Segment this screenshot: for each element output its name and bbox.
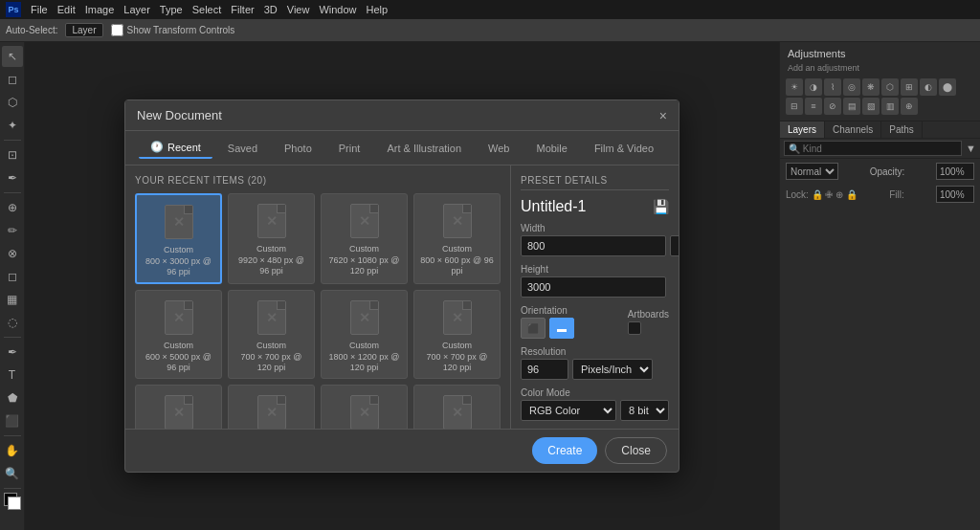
item-label-6: Custom 1800 × 1200 px @ 120 ppi xyxy=(325,341,403,374)
recent-item-2[interactable]: ✕ Custom 7620 × 1080 px @ 120 ppi xyxy=(321,193,408,284)
menu-file[interactable]: File xyxy=(31,4,48,15)
adj-selective-color[interactable]: ⊕ xyxy=(901,98,918,115)
adj-curves[interactable]: ⌇ xyxy=(824,78,841,96)
tab-print[interactable]: Print xyxy=(327,139,372,158)
tab-film-video[interactable]: Film & Video xyxy=(583,139,665,158)
tool-path[interactable]: ⬟ xyxy=(2,387,23,409)
recent-item-9[interactable]: ✕ xyxy=(228,385,315,429)
tool-heal[interactable]: ⊕ xyxy=(2,197,23,218)
color-depth-select[interactable]: 8 bit xyxy=(620,400,669,421)
tool-dodge[interactable]: ◌ xyxy=(2,312,23,333)
transform-checkbox[interactable] xyxy=(111,24,123,36)
blend-mode-select[interactable]: Normal xyxy=(786,163,838,180)
dialog-title: New Document xyxy=(137,108,222,122)
color-mode-select[interactable]: RGB Color xyxy=(521,400,616,421)
orientation-label: Orientation xyxy=(521,305,624,316)
adj-channel-mixer[interactable]: ⊟ xyxy=(786,98,803,115)
menu-3d[interactable]: 3D xyxy=(264,4,278,15)
recent-item-5[interactable]: ✕ Custom 700 × 700 px @ 120 ppi xyxy=(228,290,315,379)
resolution-unit-select[interactable]: Pixels/Inch xyxy=(572,359,653,380)
menu-select[interactable]: Select xyxy=(192,4,222,15)
recent-item-7[interactable]: ✕ Custom 700 × 700 px @ 120 ppi xyxy=(413,290,501,379)
foreground-color-swatch[interactable] xyxy=(4,493,21,510)
landscape-button[interactable]: ▬ xyxy=(549,318,574,339)
menu-image[interactable]: Image xyxy=(85,4,115,15)
item-label-7: Custom 700 × 700 px @ 120 ppi xyxy=(418,341,496,374)
adj-gradient-map[interactable]: ▥ xyxy=(881,98,899,115)
height-input[interactable] xyxy=(521,276,666,298)
layer-select[interactable]: Layer xyxy=(65,23,102,37)
tool-crop[interactable]: ⊡ xyxy=(2,144,23,166)
recent-item-6[interactable]: ✕ Custom 1800 × 1200 px @ 120 ppi xyxy=(321,290,408,379)
portrait-button[interactable]: ⬛ xyxy=(521,318,546,339)
resolution-input[interactable] xyxy=(521,359,568,380)
filter-icon[interactable]: ▼ xyxy=(966,143,976,154)
adj-color-balance[interactable]: ⊞ xyxy=(901,78,918,96)
fill-input[interactable] xyxy=(936,186,974,203)
adj-hsl[interactable]: ⬡ xyxy=(881,78,899,96)
doc-icon-10: ✕ xyxy=(350,395,379,429)
adj-threshold[interactable]: ▧ xyxy=(862,98,880,115)
tool-shape[interactable]: ⬛ xyxy=(2,410,23,431)
adj-contrast[interactable]: ◑ xyxy=(805,78,822,96)
tool-clone[interactable]: ⊗ xyxy=(2,243,23,264)
artboard-checkbox[interactable] xyxy=(628,321,641,335)
tab-channels[interactable]: Channels xyxy=(825,121,881,138)
recent-item-10[interactable]: ✕ xyxy=(321,385,408,429)
width-input[interactable] xyxy=(521,235,666,256)
tab-photo[interactable]: Photo xyxy=(273,139,323,158)
tool-hand[interactable]: ✋ xyxy=(2,440,23,461)
adj-bw[interactable]: ◐ xyxy=(920,78,937,96)
tool-zoom[interactable]: 🔍 xyxy=(2,463,23,484)
doc-icon-container: ✕ xyxy=(440,298,475,337)
tool-lasso[interactable]: ⬡ xyxy=(2,92,23,113)
adj-invert[interactable]: ⊘ xyxy=(824,98,841,115)
tool-eyedropper[interactable]: ✒ xyxy=(2,167,23,188)
tab-saved[interactable]: Saved xyxy=(216,139,269,158)
tool-magic-wand[interactable]: ✦ xyxy=(2,115,23,136)
tab-paths[interactable]: Paths xyxy=(881,121,923,138)
tool-type[interactable]: T xyxy=(2,364,23,386)
menu-filter[interactable]: Filter xyxy=(231,4,254,15)
tool-gradient[interactable]: ▦ xyxy=(2,289,23,310)
tab-mobile[interactable]: Mobile xyxy=(524,139,578,158)
menu-view[interactable]: View xyxy=(287,4,310,15)
adj-brightness[interactable]: ☀ xyxy=(786,78,803,96)
adj-vibrance[interactable]: ❋ xyxy=(862,78,880,96)
artboard-checkbox-row xyxy=(628,321,669,335)
recent-item-4[interactable]: ✕ Custom 600 × 5000 px @ 96 ppi xyxy=(135,290,222,379)
doc-icon-2: ✕ xyxy=(350,204,379,238)
recent-item-11[interactable]: ✕ xyxy=(413,385,501,429)
adj-photo-filter[interactable]: ⬤ xyxy=(939,78,956,96)
menu-help[interactable]: Help xyxy=(367,4,389,15)
adj-posterize[interactable]: ▤ xyxy=(843,98,860,115)
recent-item-3[interactable]: ✕ Custom 800 × 600 px @ 96 ppi xyxy=(413,193,501,284)
menu-type[interactable]: Type xyxy=(160,4,183,15)
opacity-input[interactable] xyxy=(936,163,974,180)
tool-select[interactable]: ◻ xyxy=(2,69,23,90)
menu-window[interactable]: Window xyxy=(319,4,356,15)
adj-color-lookup[interactable]: ≡ xyxy=(805,98,822,115)
tool-pen[interactable]: ✒ xyxy=(2,342,23,363)
tool-eraser[interactable]: ◻ xyxy=(2,266,23,287)
recent-item-0[interactable]: ✕ Custom 800 × 3000 px @ 96 ppi xyxy=(135,193,222,284)
dialog-body: YOUR RECENT ITEMS (20) ✕ xyxy=(125,166,679,429)
menu-layer[interactable]: Layer xyxy=(123,4,150,15)
tool-move[interactable]: ↖ xyxy=(2,46,23,67)
width-unit-select[interactable]: Pixels xyxy=(670,235,679,256)
create-button[interactable]: Create xyxy=(532,437,597,464)
tab-layers[interactable]: Layers xyxy=(780,121,825,138)
save-preset-icon[interactable]: 💾 xyxy=(653,199,669,214)
app-icon: Ps xyxy=(6,2,21,17)
close-dialog-button[interactable]: Close xyxy=(605,437,667,464)
tool-brush[interactable]: ✏ xyxy=(2,220,23,241)
menu-edit[interactable]: Edit xyxy=(57,4,76,15)
tab-web[interactable]: Web xyxy=(477,139,521,158)
tab-art-illustration[interactable]: Art & Illustration xyxy=(375,139,473,158)
recent-item-1[interactable]: ✕ Custom 9920 × 480 px @ 96 ppi xyxy=(228,193,315,284)
dialog-close-button[interactable]: × xyxy=(659,109,667,122)
layers-search-input[interactable] xyxy=(784,141,962,156)
adj-exposure[interactable]: ◎ xyxy=(843,78,860,96)
tab-recent[interactable]: 🕐 Recent xyxy=(139,137,212,159)
recent-item-8[interactable]: ✕ xyxy=(135,385,222,429)
